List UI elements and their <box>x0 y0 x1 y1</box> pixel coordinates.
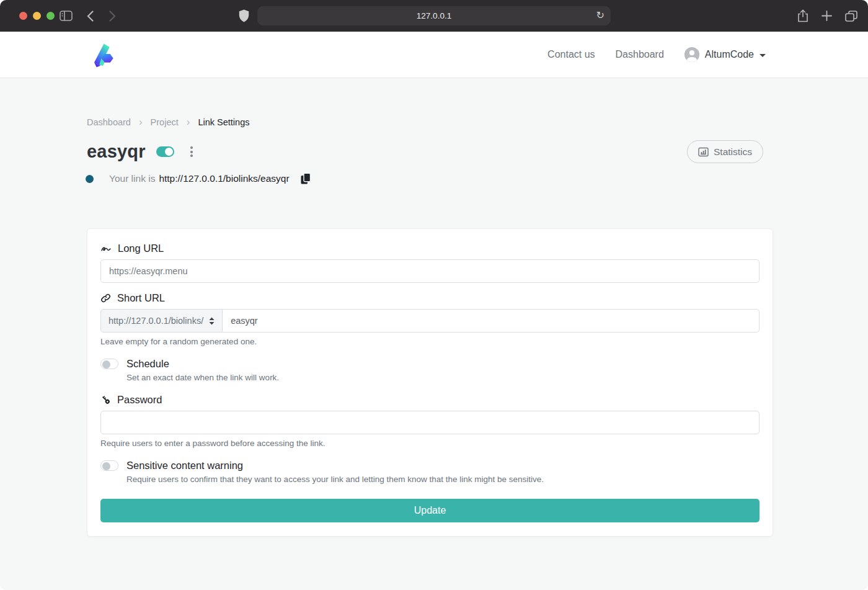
sidebar-toggle-icon[interactable] <box>60 0 73 32</box>
more-options-menu-icon[interactable] <box>188 145 195 159</box>
header-nav: Contact us Dashboard AltumCode <box>547 47 766 62</box>
select-arrows-icon <box>209 317 215 325</box>
long-url-label: Long URL <box>100 243 760 254</box>
short-url-helper: Leave empty for a random generated one. <box>100 337 760 346</box>
short-url-domain-select[interactable]: http://127.0.0.1/biolinks/ <box>100 309 223 333</box>
breadcrumb-divider-icon: › <box>139 118 143 127</box>
brand-logo[interactable] <box>87 41 115 68</box>
password-label: Password <box>100 394 760 406</box>
avatar <box>684 47 699 62</box>
schedule-toggle[interactable] <box>100 359 118 369</box>
back-button[interactable] <box>87 0 94 32</box>
tab-overview-icon[interactable] <box>845 11 857 22</box>
link-icon <box>100 293 111 303</box>
browser-window: 127.0.0.1 ↻ <box>0 0 868 590</box>
long-url-input[interactable] <box>100 259 760 283</box>
breadcrumb: Dashboard › Project › Link Settings <box>87 78 763 127</box>
browser-chrome: 127.0.0.1 ↻ <box>0 0 868 32</box>
sensitive-content-toggle[interactable] <box>100 460 118 471</box>
copy-icon[interactable] <box>300 172 311 185</box>
address-bar[interactable]: 127.0.0.1 ↻ <box>257 6 611 25</box>
address-bar-url: 127.0.0.1 <box>417 11 451 20</box>
nav-dashboard[interactable]: Dashboard <box>616 49 664 60</box>
breadcrumb-project[interactable]: Project <box>151 117 179 127</box>
sensitive-content-label: Sensitive content warning <box>126 460 243 472</box>
your-link-label: Your link is <box>109 173 155 184</box>
forward-button[interactable] <box>109 0 116 32</box>
window-controls <box>19 12 55 20</box>
breadcrumb-link-settings: Link Settings <box>198 117 249 127</box>
link-enabled-toggle[interactable] <box>156 146 174 157</box>
close-window-button[interactable] <box>19 12 27 20</box>
password-helper: Require users to enter a password before… <box>100 439 760 448</box>
squiggle-icon <box>100 244 112 254</box>
update-button[interactable]: Update <box>100 499 760 522</box>
status-dot <box>86 175 94 183</box>
new-tab-icon[interactable] <box>822 11 832 21</box>
app-header: Contact us Dashboard AltumCode <box>0 32 868 78</box>
main-content: Dashboard › Project › Link Settings easy… <box>0 78 868 590</box>
bar-chart-icon <box>698 147 709 157</box>
schedule-label: Schedule <box>126 358 169 370</box>
link-settings-card: Long URL Short URL <box>87 228 773 537</box>
short-link-url[interactable]: http://127.0.0.1/biolinks/easyqr <box>159 173 289 184</box>
key-icon <box>100 395 111 405</box>
statistics-button[interactable]: Statistics <box>687 140 763 163</box>
statistics-button-label: Statistics <box>714 146 752 158</box>
breadcrumb-divider-icon: › <box>187 118 190 127</box>
reload-icon[interactable]: ↻ <box>596 9 604 22</box>
zoom-window-button[interactable] <box>46 12 55 20</box>
nav-contact-us[interactable]: Contact us <box>547 49 595 60</box>
chevron-down-icon <box>760 54 766 57</box>
schedule-helper: Set an exact date when the link will wor… <box>126 373 760 382</box>
short-url-label: Short URL <box>100 292 760 304</box>
account-menu[interactable]: AltumCode <box>684 47 766 62</box>
minimize-window-button[interactable] <box>33 12 41 20</box>
account-name: AltumCode <box>705 49 754 60</box>
short-url-input[interactable] <box>223 309 760 333</box>
privacy-shield-icon[interactable] <box>239 0 249 32</box>
password-input[interactable] <box>100 411 760 434</box>
page-title: easyqr <box>87 141 146 162</box>
sensitive-content-helper: Require users to confirm that they want … <box>126 475 760 484</box>
breadcrumb-dashboard[interactable]: Dashboard <box>87 117 131 127</box>
share-icon[interactable] <box>797 9 808 22</box>
